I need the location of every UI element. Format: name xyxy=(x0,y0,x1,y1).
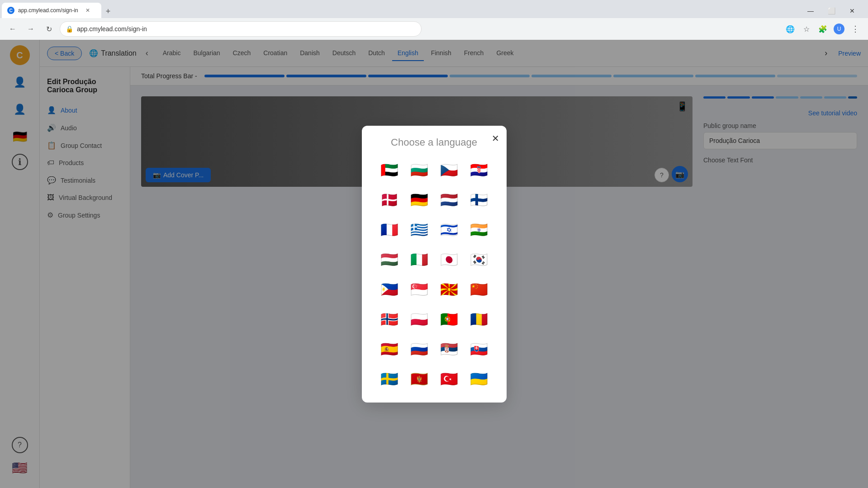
flag-hindi[interactable]: 🇮🇳 xyxy=(466,217,492,242)
flag-polish[interactable]: 🇵🇱 xyxy=(407,307,432,332)
back-nav-button[interactable]: ← xyxy=(5,22,20,36)
extension-icon[interactable]: 🧩 xyxy=(816,22,830,36)
flag-hebrew[interactable]: 🇮🇱 xyxy=(436,217,462,242)
flag-danish[interactable]: 🇩🇰 xyxy=(377,187,402,213)
browser-chrome: C app.cmylead.com/sign-in ✕ + — ⬜ ✕ ← → … xyxy=(0,0,868,40)
flag-russian[interactable]: 🇷🇺 xyxy=(407,336,432,362)
menu-icon[interactable]: ⋮ xyxy=(848,22,863,36)
flag-hungarian[interactable]: 🇭🇺 xyxy=(377,247,402,272)
flag-finnish[interactable]: 🇫🇮 xyxy=(466,187,492,213)
flag-arabic[interactable]: 🇦🇪 xyxy=(377,157,402,183)
lock-icon: 🔒 xyxy=(66,25,73,33)
flag-turkish[interactable]: 🇹🇷 xyxy=(436,366,462,392)
flag-slovak[interactable]: 🇸🇰 xyxy=(466,336,492,362)
tab-close-icon[interactable]: ✕ xyxy=(85,7,90,14)
flag-spanish[interactable]: 🇪🇸 xyxy=(377,336,402,362)
flag-chinese[interactable]: 🇨🇳 xyxy=(466,277,492,302)
restore-button[interactable]: ⬜ xyxy=(821,4,842,18)
flag-czech[interactable]: 🇨🇿 xyxy=(436,157,462,183)
browser-toolbar: ← → ↻ 🔒 app.cmylead.com/sign-in 🌐 ☆ 🧩 U … xyxy=(0,18,868,40)
flag-japanese[interactable]: 🇯🇵 xyxy=(436,247,462,272)
browser-tab[interactable]: C app.cmylead.com/sign-in ✕ xyxy=(2,3,101,18)
url-text: app.cmylead.com/sign-in xyxy=(77,25,147,33)
flag-macedonian[interactable]: 🇲🇰 xyxy=(436,277,462,302)
flag-norwegian[interactable]: 🇳🇴 xyxy=(377,307,402,332)
flag-greek[interactable]: 🇬🇷 xyxy=(407,217,432,242)
flag-singaporean[interactable]: 🇸🇬 xyxy=(407,277,432,302)
reload-button[interactable]: ↻ xyxy=(42,22,56,36)
modal-title: Choose a language xyxy=(371,137,498,148)
flag-bulgarian[interactable]: 🇧🇬 xyxy=(407,157,432,183)
forward-nav-button[interactable]: → xyxy=(24,22,38,36)
flag-korean[interactable]: 🇰🇷 xyxy=(466,247,492,272)
flag-romanian[interactable]: 🇷🇴 xyxy=(466,307,492,332)
close-button[interactable]: ✕ xyxy=(842,4,863,18)
language-modal: ✕ Choose a language 🇦🇪 🇧🇬 🇨🇿 🇭🇷 🇩🇰 🇩🇪 🇳🇱… xyxy=(362,126,507,403)
flag-french[interactable]: 🇫🇷 xyxy=(377,217,402,242)
flag-swedish[interactable]: 🇸🇪 xyxy=(377,366,402,392)
flag-serbian[interactable]: 🇷🇸 xyxy=(436,336,462,362)
profile-icon[interactable]: U xyxy=(832,22,846,36)
tab-title: app.cmylead.com/sign-in xyxy=(18,7,78,14)
tab-favicon: C xyxy=(7,7,14,14)
flags-grid: 🇦🇪 🇧🇬 🇨🇿 🇭🇷 🇩🇰 🇩🇪 🇳🇱 🇫🇮 🇫🇷 🇬🇷 🇮🇱 🇮🇳 🇭🇺 🇮… xyxy=(371,157,498,392)
flag-ukrainian[interactable]: 🇺🇦 xyxy=(466,366,492,392)
flag-deutsch[interactable]: 🇩🇪 xyxy=(407,187,432,213)
flag-portuguese[interactable]: 🇵🇹 xyxy=(436,307,462,332)
new-tab-button[interactable]: + xyxy=(101,5,115,18)
flag-filipino[interactable]: 🇵🇭 xyxy=(377,277,402,302)
minimize-button[interactable]: — xyxy=(800,4,821,18)
modal-overlay[interactable]: ✕ Choose a language 🇦🇪 🇧🇬 🇨🇿 🇭🇷 🇩🇰 🇩🇪 🇳🇱… xyxy=(0,40,868,488)
bookmark-icon[interactable]: ☆ xyxy=(799,22,814,36)
modal-close-button[interactable]: ✕ xyxy=(492,133,499,144)
translate-icon[interactable]: 🌐 xyxy=(783,22,797,36)
flag-montenegrin[interactable]: 🇲🇪 xyxy=(407,366,432,392)
address-bar[interactable]: 🔒 app.cmylead.com/sign-in xyxy=(60,21,422,37)
flag-croatian[interactable]: 🇭🇷 xyxy=(466,157,492,183)
flag-dutch[interactable]: 🇳🇱 xyxy=(436,187,462,213)
flag-italian[interactable]: 🇮🇹 xyxy=(407,247,432,272)
